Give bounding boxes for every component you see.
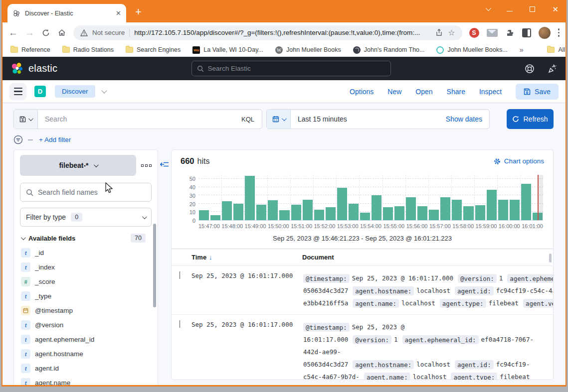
field-options-icon[interactable]: [141, 164, 152, 167]
histogram-chart[interactable]: 01020304050: [180, 175, 544, 221]
sort-descending-icon[interactable]: ↓: [209, 254, 212, 261]
field-name-pill[interactable]: agent.version:: [523, 299, 553, 308]
histogram-bar[interactable]: [383, 207, 393, 220]
open-link[interactable]: Open: [415, 88, 432, 96]
field-list-item[interactable]: tagent.hostname: [20, 347, 152, 361]
histogram-bar[interactable]: [521, 184, 531, 220]
histogram-bar[interactable]: [222, 201, 232, 220]
field-list-item[interactable]: tagent.id: [20, 361, 152, 376]
filter-by-type-select[interactable]: Filter by type 0: [20, 208, 152, 227]
field-name-pill[interactable]: @version:: [458, 274, 497, 283]
time-column-header[interactable]: Time: [191, 254, 206, 261]
field-list-item[interactable]: tagent.name: [20, 376, 152, 385]
forward-button[interactable]: →: [25, 28, 34, 37]
new-link[interactable]: New: [387, 88, 401, 96]
field-name-pill[interactable]: agent.id:: [455, 360, 494, 369]
histogram-bar[interactable]: [256, 205, 266, 220]
field-name-pill[interactable]: agent.name:: [364, 373, 410, 380]
bookmark-item[interactable]: John's Random Tho...: [353, 46, 425, 54]
histogram-bar[interactable]: [510, 200, 520, 220]
date-quick-menu-button[interactable]: [267, 110, 291, 129]
share-link[interactable]: Share: [447, 88, 465, 96]
bookmarks-overflow-chevron[interactable]: »: [520, 46, 524, 54]
elastic-search-input[interactable]: Search Elastic: [191, 61, 391, 76]
extension-s-icon[interactable]: S: [469, 28, 479, 38]
show-dates-button[interactable]: Show dates: [439, 115, 489, 123]
window-close-button[interactable]: ✕: [552, 5, 559, 13]
histogram-bar[interactable]: [233, 204, 243, 220]
field-name-pill[interactable]: agent.name:: [353, 299, 399, 308]
breadcrumb[interactable]: Discover: [55, 85, 95, 98]
histogram-bar[interactable]: [406, 197, 416, 220]
sidebar-scrollbar[interactable]: [153, 224, 156, 307]
table-scrollbar[interactable]: [549, 254, 552, 262]
histogram-bar[interactable]: [498, 200, 508, 220]
filter-menu-icon[interactable]: [13, 135, 23, 144]
query-language-button[interactable]: KQL: [234, 116, 262, 123]
field-search-input[interactable]: Search field names: [20, 183, 152, 202]
histogram-bar[interactable]: [199, 210, 209, 220]
add-filter-button[interactable]: + Add filter: [39, 136, 71, 143]
histogram-bar[interactable]: [463, 206, 473, 220]
histogram-bar[interactable]: [314, 210, 324, 221]
index-pattern-select[interactable]: filebeat-*: [20, 155, 136, 176]
field-list-item[interactable]: @timestamp: [20, 303, 152, 318]
field-name-pill[interactable]: agent.ephemeral_id:: [402, 335, 479, 344]
bookmark-star-icon[interactable]: ☆: [448, 28, 455, 37]
share-icon[interactable]: [435, 28, 443, 37]
histogram-bar[interactable]: [417, 206, 427, 220]
newsfeed-icon[interactable]: [548, 64, 558, 74]
bookmark-item[interactable]: WJohn Mueller Books: [275, 46, 341, 54]
field-name-pill[interactable]: agent.hostname:: [353, 360, 414, 369]
menu-hamburger-icon[interactable]: [9, 83, 26, 100]
tab-close-icon[interactable]: ✕: [116, 9, 121, 17]
all-bookmarks-button[interactable]: All Bookmarks: [547, 46, 567, 53]
histogram-bar[interactable]: [268, 200, 278, 220]
search-input[interactable]: Search: [38, 115, 234, 123]
field-name-pill[interactable]: @version:: [353, 335, 391, 344]
histogram-bar[interactable]: [372, 195, 381, 220]
inspect-link[interactable]: Inspect: [479, 88, 502, 96]
field-name-pill[interactable]: agent.type:: [451, 373, 497, 380]
home-button[interactable]: [57, 28, 66, 37]
histogram-bar[interactable]: [349, 204, 359, 220]
bookmark-item[interactable]: Radio Stations: [62, 46, 114, 53]
histogram-bar[interactable]: [440, 197, 450, 220]
collapse-sidebar-icon[interactable]: [160, 161, 169, 168]
histogram-bar[interactable]: [360, 213, 370, 220]
bookmark-item[interactable]: Reference: [10, 46, 50, 53]
histogram-bar[interactable]: [429, 210, 439, 221]
refresh-button[interactable]: Refresh: [507, 109, 554, 129]
extensions-puzzle-icon[interactable]: [505, 28, 515, 37]
histogram-bar[interactable]: [475, 205, 485, 220]
options-link[interactable]: Options: [350, 88, 374, 96]
reload-button[interactable]: [41, 28, 50, 37]
histogram-bar[interactable]: [487, 190, 497, 220]
bookmark-item[interactable]: wuLa Valle, WI 10-Day...: [192, 46, 263, 54]
time-range-value[interactable]: Last 15 minutes: [291, 115, 439, 123]
histogram-bar[interactable]: [452, 200, 462, 220]
document-column-header[interactable]: Document: [302, 254, 334, 261]
field-list-item[interactable]: tagent.ephemeral_id: [20, 332, 152, 347]
bookmark-item[interactable]: Search Engines: [126, 46, 181, 53]
help-icon[interactable]: [525, 64, 535, 74]
histogram-bar[interactable]: [326, 207, 336, 220]
histogram-bar[interactable]: [291, 205, 301, 220]
chart-options-button[interactable]: Chart options: [494, 157, 544, 165]
browser-tab[interactable]: Discover - Elastic ✕: [7, 4, 126, 22]
histogram-bar[interactable]: [303, 200, 313, 220]
breadcrumb-chevron-icon[interactable]: [101, 88, 107, 93]
browser-menu-icon[interactable]: [558, 28, 560, 37]
field-list-item[interactable]: t_index: [20, 260, 152, 274]
field-name-pill[interactable]: agent.hostname:: [353, 286, 414, 295]
minimize-button[interactable]: [507, 11, 513, 11]
field-list-item[interactable]: #_score: [20, 274, 152, 289]
url-bar[interactable]: Not secure http://172.105.7.150/app/disc…: [73, 25, 462, 40]
window-menu-chevron-icon[interactable]: [486, 5, 491, 11]
field-list-item[interactable]: t@version: [20, 318, 152, 332]
bookmark-item[interactable]: John Mueller Books...: [436, 46, 507, 54]
histogram-bar[interactable]: [210, 215, 220, 220]
field-name-pill[interactable]: @timestamp:: [303, 323, 350, 332]
expand-row-icon[interactable]: [180, 272, 188, 309]
extension-mail-icon[interactable]: [487, 29, 498, 37]
